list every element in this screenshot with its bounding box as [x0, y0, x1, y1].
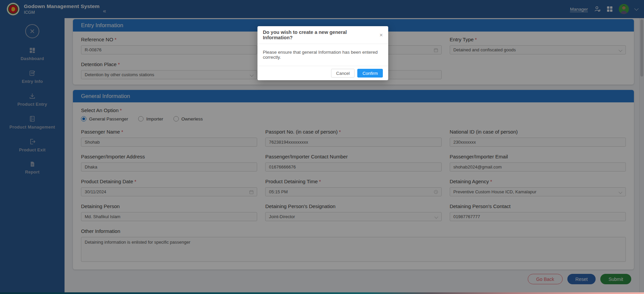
cancel-button[interactable]: Cancel: [331, 69, 355, 78]
modal-message: Please ensure that general Information h…: [257, 44, 388, 66]
screen-edge-strip: [0, 292, 644, 294]
modal-title: Do you wish to create a new general Info…: [263, 30, 377, 40]
confirm-modal: Do you wish to create a new general Info…: [257, 26, 388, 80]
close-icon[interactable]: ×: [377, 32, 383, 38]
confirm-button[interactable]: Confirm: [357, 69, 383, 78]
